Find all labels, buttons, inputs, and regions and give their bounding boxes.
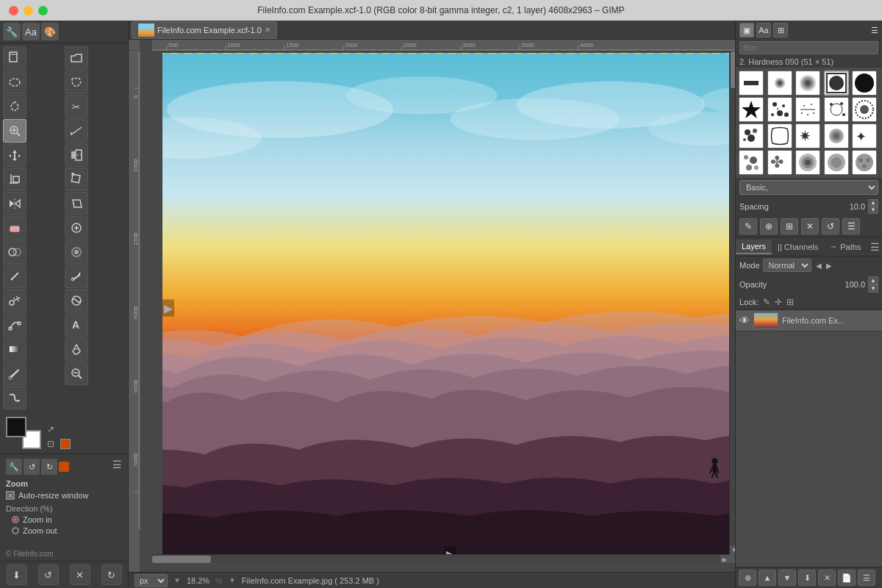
brush-item[interactable] <box>852 97 877 122</box>
vertical-scrollbar[interactable]: ▼ <box>729 51 735 554</box>
tool-move[interactable] <box>3 143 26 167</box>
tool-transform[interactable] <box>65 168 88 191</box>
lock-pixels-icon[interactable]: ✎ <box>763 297 770 307</box>
brush-item[interactable] <box>767 123 792 148</box>
tool-crop[interactable] <box>3 168 26 191</box>
brush-item[interactable] <box>767 97 792 122</box>
layers-new-btn[interactable]: ⊕ <box>739 570 756 586</box>
brush-item[interactable] <box>739 71 764 96</box>
layers-delete-btn[interactable]: ✕ <box>818 570 836 586</box>
layer-visibility-icon[interactable]: 👁 <box>739 315 750 326</box>
tool-align[interactable] <box>65 143 88 167</box>
tool-airbrush[interactable] <box>3 289 26 312</box>
brush-item[interactable] <box>824 123 849 148</box>
horizontal-scrollbar-thumb[interactable] <box>152 556 211 563</box>
tool-blur[interactable] <box>65 240 88 264</box>
tool-new[interactable] <box>3 46 26 70</box>
brush-item[interactable]: ✦ <box>852 123 877 148</box>
layers-anchor-btn[interactable]: ⬇ <box>798 570 816 586</box>
color-tab[interactable] <box>59 462 69 472</box>
brush-item-selected[interactable] <box>824 71 849 96</box>
tool-magnify[interactable] <box>65 362 88 385</box>
tab-layers[interactable]: Layers <box>736 240 772 254</box>
foreground-color-swatch[interactable] <box>6 417 26 437</box>
colors-icon[interactable]: 🎨 <box>41 23 59 40</box>
auto-resize-option[interactable]: ✕ Auto-resize window <box>6 491 122 500</box>
minimize-button[interactable] <box>24 6 33 15</box>
brush-delete-btn[interactable]: ✕ <box>801 218 819 234</box>
canvas-viewport[interactable]: b 1000 1500 h000 k000 h000 <box>129 51 735 572</box>
bottom-btn-1[interactable]: ⬇ <box>7 564 27 585</box>
zoom-in-dot[interactable] <box>12 516 19 523</box>
swap-colors-icon[interactable]: ↗ <box>47 424 54 434</box>
close-button[interactable] <box>9 6 18 15</box>
spacing-up[interactable]: ▲ <box>868 199 878 207</box>
brush-item[interactable] <box>739 123 764 148</box>
tool-gradient[interactable] <box>3 337 26 361</box>
tool-ellipse-select[interactable] <box>3 71 26 94</box>
vertical-scrollbar-thumb[interactable] <box>731 51 735 88</box>
brush-item[interactable] <box>767 71 792 96</box>
layers-down-btn[interactable]: ▼ <box>778 570 796 586</box>
tool-heal[interactable] <box>65 216 88 240</box>
auto-resize-checkbox[interactable]: ✕ <box>6 491 15 500</box>
tool-zoom[interactable] <box>3 119 26 143</box>
brush-item[interactable]: ✤ <box>767 150 792 175</box>
tool-open[interactable] <box>65 46 88 70</box>
tab-paths[interactable]: ～ Paths <box>824 239 867 254</box>
tool-measure[interactable] <box>65 119 88 143</box>
vscroll-down-arrow[interactable]: ▼ <box>730 545 735 554</box>
reset-colors-icon[interactable]: ⊡ <box>47 439 54 449</box>
canvas-tab[interactable]: FileInfo.com Example.xcf-1.0 ✕ <box>132 21 277 39</box>
brush-item[interactable] <box>824 97 849 122</box>
tool-free-select[interactable] <box>65 71 88 94</box>
tool-flip[interactable] <box>3 192 26 215</box>
tool-fuzzy-select[interactable] <box>3 95 26 118</box>
bottom-btn-3[interactable]: ✕ <box>70 564 90 585</box>
canvas-image-inner[interactable]: ▶ ▶ <box>162 53 735 563</box>
tool-text[interactable]: A <box>65 313 88 337</box>
brush-item[interactable] <box>852 71 877 96</box>
opacity-down[interactable]: ▼ <box>868 284 878 293</box>
brush-item[interactable] <box>795 71 820 96</box>
blend-mode-select[interactable]: Normal Multiply Screen Overlay <box>763 259 811 272</box>
brush-item[interactable] <box>795 97 820 122</box>
brush-refresh-btn[interactable]: ↺ <box>822 218 839 234</box>
canvas-tab-close[interactable]: ✕ <box>265 26 270 34</box>
brush-paste-btn[interactable]: ⊞ <box>781 218 798 234</box>
zoom-in-radio[interactable]: Zoom in <box>12 515 122 524</box>
brush-square-icon[interactable]: ▣ <box>739 23 754 37</box>
spacing-down[interactable]: ▼ <box>868 207 878 214</box>
maximize-button[interactable] <box>38 6 48 15</box>
unit-selector[interactable]: px mm in <box>135 574 168 587</box>
tool-shear[interactable] <box>65 192 88 215</box>
tool-paint-bucket[interactable] <box>65 337 88 361</box>
brushes-filter-input[interactable] <box>739 41 878 54</box>
brush-edit-btn[interactable]: ✎ <box>739 218 757 234</box>
tool-pencil[interactable] <box>3 265 26 288</box>
tab-channels[interactable]: || Channels <box>772 240 824 254</box>
layers-copy-btn[interactable]: 📄 <box>838 570 856 586</box>
tool-icon-tab[interactable]: 🔧 <box>6 459 22 475</box>
brushes-panel-menu[interactable]: ☰ <box>871 26 878 35</box>
brush-copy-btn[interactable]: ⊕ <box>760 218 778 234</box>
tool-dodge[interactable] <box>65 289 88 312</box>
brush-category-select[interactable]: Basic, Sketch Textures <box>739 180 878 195</box>
tools-icon[interactable]: 🔧 <box>3 23 21 40</box>
tool-eraser[interactable] <box>3 216 26 240</box>
history-tab[interactable]: ↻ <box>41 459 57 475</box>
brush-item[interactable] <box>795 150 820 175</box>
brush-item[interactable] <box>739 97 764 122</box>
bottom-btn-4[interactable]: ↻ <box>101 564 122 585</box>
tool-clone[interactable] <box>3 240 26 264</box>
tool-smudge[interactable] <box>3 386 26 409</box>
tool-scissors[interactable]: ✂ <box>65 95 88 118</box>
bottom-btn-2[interactable]: ↺ <box>38 564 59 585</box>
info-tab[interactable]: ↺ <box>24 459 40 475</box>
tool-color-picker[interactable] <box>3 362 26 385</box>
brush-settings-btn[interactable]: ☰ <box>842 218 860 234</box>
brush-item[interactable] <box>739 150 764 175</box>
options-icon[interactable]: Aa <box>22 23 40 40</box>
canvas-image-container[interactable]: ▶ ▶ ▼ ▶ <box>152 51 735 563</box>
brush-text-icon[interactable]: Aa <box>756 23 771 37</box>
